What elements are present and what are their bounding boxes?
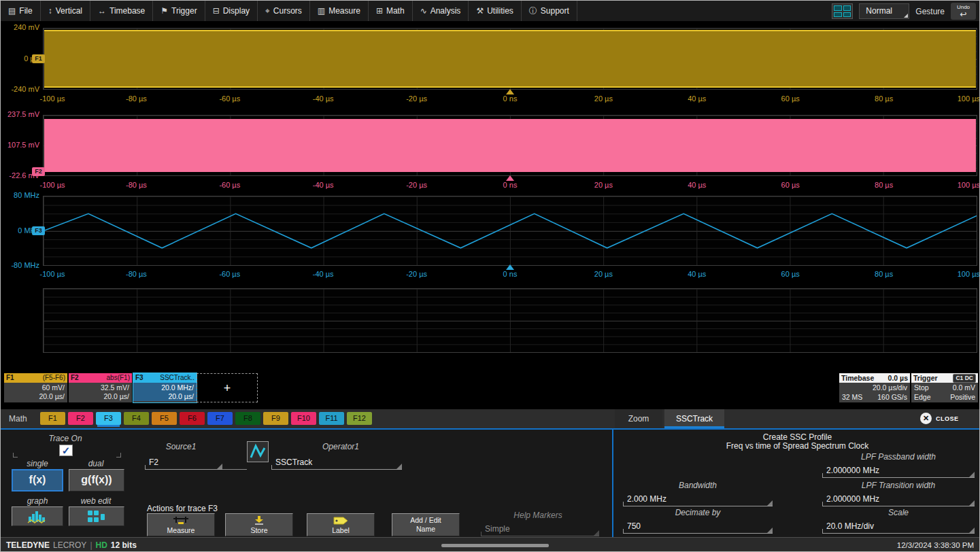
menu-item-utilities[interactable]: ⚒Utilities — [469, 1, 521, 21]
trigger-level: 0.0 mV — [953, 383, 975, 392]
menu-bar: ▤File↕Vertical↔Timebase⚑Trigger⊟Display⌖… — [1, 1, 979, 21]
status-scroll-handle[interactable] — [441, 544, 549, 547]
x-axis-label: 80 µs — [875, 270, 893, 278]
descriptor-vertical-scale: 32.5 mV/ — [71, 383, 129, 392]
quad-cell — [834, 5, 842, 11]
measure-button[interactable]: Measure — [147, 513, 215, 536]
menu-item-trigger[interactable]: ⚑Trigger — [153, 1, 205, 21]
bracket-mark — [116, 453, 121, 458]
graph-mode-button[interactable] — [12, 506, 63, 526]
menu-item-cursors[interactable]: ⌖Cursors — [258, 1, 310, 21]
help-markers-dropdown[interactable]: Simple — [481, 520, 599, 536]
descriptor-horizontal-scale: 20.0 µs/ — [136, 392, 194, 401]
x-axis-label: 40 µs — [688, 270, 706, 278]
trace-badge-f3: F3 — [32, 226, 45, 235]
bit-depth-label: 12 bits — [111, 540, 137, 550]
trigger-source-badge: C1 DC — [953, 374, 976, 383]
undo-button[interactable]: Undo ↩ — [951, 3, 976, 20]
add-trace-button[interactable]: + — [197, 373, 258, 402]
label-button[interactable]: Label — [307, 513, 375, 536]
trigger-descriptor[interactable]: Trigger C1 DC Stop 0.0 mV Edge Positive — [911, 373, 978, 402]
x-axis-label: 0 ns — [503, 94, 518, 103]
x-axis-label: 80 µs — [875, 94, 893, 103]
trigger-slope: Positive — [950, 392, 975, 402]
tab-ssctrack[interactable]: SSCTrack — [664, 409, 724, 428]
x-axis-label: 20 µs — [594, 270, 613, 278]
menu-item-label: Timebase — [109, 6, 145, 16]
x-axis-label: -100 µs — [40, 181, 65, 189]
menu-item-label: Analysis — [430, 6, 461, 16]
dual-function-button[interactable]: g(f(x)) — [69, 469, 124, 491]
quad-cell — [834, 12, 842, 18]
menu-item-timebase[interactable]: ↔Timebase — [90, 1, 153, 21]
descriptor-vertical-scale: 60 mV/ — [7, 383, 65, 392]
tab-f4[interactable]: F4 — [124, 412, 149, 425]
tab-f2[interactable]: F2 — [68, 412, 93, 425]
x-axis-label: 60 µs — [781, 181, 800, 189]
bandwidth-field[interactable]: 2.000 MHz — [623, 489, 773, 506]
operator1-dropdown[interactable]: SSCTrack — [271, 453, 402, 470]
tab-zoom[interactable]: Zoom — [615, 409, 662, 428]
tab-f10[interactable]: F10 — [291, 412, 316, 425]
decimate-value: 750 — [627, 521, 641, 531]
close-label: CLOSE — [936, 415, 959, 422]
lpf-passband-value: 2.000000 MHz — [826, 466, 879, 475]
menu-item-support[interactable]: ⓘSupport — [522, 1, 577, 21]
trigger-position-marker — [506, 175, 514, 181]
math-tab-bar: Math F1F2F3F4F5F6F7F8F9F10F11F12 Zoom SS… — [1, 409, 979, 428]
source1-dropdown[interactable]: F2 — [145, 453, 222, 470]
timebase-sample-rate: 160 GS/s — [877, 392, 907, 402]
lpf-passband-field[interactable]: 2.000000 MHz — [822, 460, 975, 478]
add-edit-name-button[interactable]: Add / Edit Name — [392, 513, 460, 536]
tab-f6[interactable]: F6 — [180, 412, 205, 425]
x-axis-label: -80 µs — [126, 270, 147, 278]
tab-f12[interactable]: F12 — [347, 412, 372, 425]
store-button[interactable]: Store — [225, 513, 293, 536]
tab-f1[interactable]: F1 — [40, 412, 65, 425]
lpf-transition-field[interactable]: 2.000000 MHz — [822, 489, 975, 506]
display-mode-dropdown[interactable]: Normal — [859, 3, 909, 19]
x-axis-label: 40 µs — [688, 94, 706, 103]
add-edit-line2: Name — [392, 525, 459, 534]
menu-item-math[interactable]: ⊞Math — [369, 1, 413, 21]
y-axis-label: 107.5 mV — [1, 141, 39, 149]
trace-descriptor-f2[interactable]: F2abs(F1)32.5 mV/20.0 µs/ — [69, 373, 132, 402]
timebase-header: Timebase 0.0 µs — [839, 373, 910, 383]
tab-f9[interactable]: F9 — [263, 412, 288, 425]
web-edit-button[interactable] — [69, 506, 124, 526]
f2-waveform-band — [44, 119, 976, 172]
single-function-button[interactable]: f(x) — [12, 469, 63, 491]
tab-f5[interactable]: F5 — [152, 412, 177, 425]
descriptor-horizontal-scale: 20.0 µs/ — [7, 392, 65, 401]
menu-item-display[interactable]: ⊟Display — [205, 1, 258, 21]
quad-cell — [843, 12, 851, 18]
measure-icon: ▥ — [318, 6, 325, 16]
x-axis-label: -20 µs — [406, 94, 427, 103]
scale-field[interactable]: 20.0 MHz/div — [822, 516, 975, 534]
trace-descriptor-f1[interactable]: F1(F5-F6)60 mV/20.0 µs/ — [4, 373, 67, 402]
menu-item-measure[interactable]: ▥Measure — [310, 1, 369, 21]
trace-on-checkbox[interactable]: ✓ — [59, 445, 73, 456]
tab-f7[interactable]: F7 — [207, 412, 233, 425]
x-axis-label: 20 µs — [594, 181, 613, 189]
descriptor-formula: (F5-F6) — [43, 373, 65, 383]
menu-item-label: Support — [541, 6, 569, 16]
x-axis-label: -80 µs — [126, 94, 147, 103]
x-axis-label: -80 µs — [126, 181, 147, 189]
display-layout-icon[interactable] — [832, 3, 853, 19]
menu-item-vertical[interactable]: ↕Vertical — [41, 1, 90, 21]
timebase-descriptor[interactable]: Timebase 0.0 µs 20.0 µs/div 32 MS 160 GS… — [839, 373, 910, 402]
tab-f8[interactable]: F8 — [235, 412, 260, 425]
tab-f11[interactable]: F11 — [319, 412, 344, 425]
menu-item-file[interactable]: ▤File — [1, 1, 41, 21]
menu-item-label: Utilities — [487, 6, 513, 16]
descriptor-vertical-scale: 20.0 MHz/ — [136, 383, 194, 392]
decimate-field[interactable]: 750 — [623, 516, 773, 534]
x-axis-label: -40 µs — [313, 94, 334, 103]
tab-f3[interactable]: F3 — [96, 412, 121, 425]
menu-item-analysis[interactable]: ∿Analysis — [413, 1, 469, 21]
brand-logo: TELEDYNE LECROY | HD 12 bits — [6, 540, 137, 550]
trace-descriptor-f3[interactable]: F3SSCTrack..20.0 MHz/20.0 µs/ — [133, 373, 197, 402]
close-panel-button[interactable]: ✕ CLOSE — [920, 413, 959, 424]
menu-item-label: Measure — [328, 6, 360, 16]
